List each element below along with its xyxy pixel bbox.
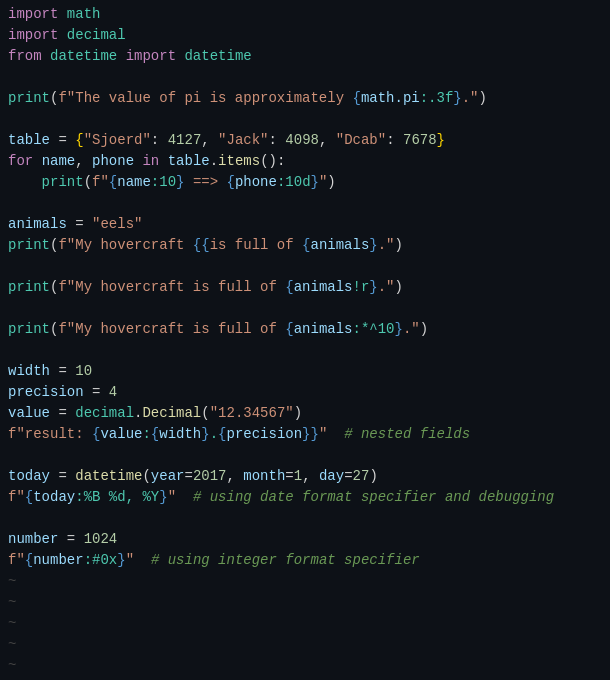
code-line-28: ~ xyxy=(0,571,610,592)
code-editor[interactable]: import math import decimal from datetime… xyxy=(0,0,610,680)
code-line-21: f"result: {value:{width}.{precision}}" #… xyxy=(0,424,610,445)
code-line-15 xyxy=(0,298,610,319)
code-line-30: ~ xyxy=(0,613,610,634)
code-line-12: print(f"My hovercraft {{is full of {anim… xyxy=(0,235,610,256)
code-line-25 xyxy=(0,508,610,529)
code-line-23: today = datetime(year=2017, month=1, day… xyxy=(0,466,610,487)
code-line-13 xyxy=(0,256,610,277)
code-line-20: value = decimal.Decimal("12.34567") xyxy=(0,403,610,424)
code-line-24: f"{today:%B %d, %Y}" # using date format… xyxy=(0,487,610,508)
code-line-6 xyxy=(0,109,610,130)
code-line-26: number = 1024 xyxy=(0,529,610,550)
code-line-33: ~ xyxy=(0,676,610,680)
code-line-29: ~ xyxy=(0,592,610,613)
code-line-5: print(f"The value of pi is approximately… xyxy=(0,88,610,109)
code-line-19: precision = 4 xyxy=(0,382,610,403)
code-line-17 xyxy=(0,340,610,361)
code-line-11: animals = "eels" xyxy=(0,214,610,235)
code-line-18: width = 10 xyxy=(0,361,610,382)
code-line-14: print(f"My hovercraft is full of {animal… xyxy=(0,277,610,298)
code-line-8: for name, phone in table.items(): xyxy=(0,151,610,172)
code-line-16: print(f"My hovercraft is full of {animal… xyxy=(0,319,610,340)
code-line-2: import decimal xyxy=(0,25,610,46)
code-line-7: table = {"Sjoerd": 4127, "Jack": 4098, "… xyxy=(0,130,610,151)
code-line-4 xyxy=(0,67,610,88)
code-line-31: ~ xyxy=(0,634,610,655)
code-line-10 xyxy=(0,193,610,214)
code-line-3: from datetime import datetime xyxy=(0,46,610,67)
code-line-22 xyxy=(0,445,610,466)
code-line-1: import math xyxy=(0,4,610,25)
code-line-32: ~ xyxy=(0,655,610,676)
code-line-27: f"{number:#0x}" # using integer format s… xyxy=(0,550,610,571)
code-line-9: print(f"{name:10} ==> {phone:10d}") xyxy=(0,172,610,193)
